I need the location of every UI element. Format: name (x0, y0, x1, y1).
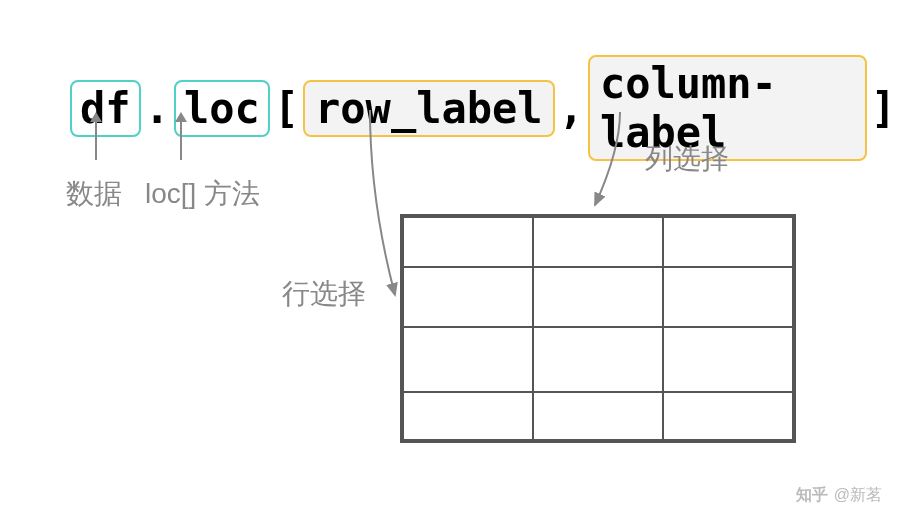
table-cell (663, 392, 793, 440)
table-cell (403, 392, 533, 440)
table-cell (403, 327, 533, 392)
table-cell (533, 392, 663, 440)
token-close-bracket: ] (867, 84, 900, 133)
table-cell (533, 267, 663, 327)
token-df: df (70, 80, 141, 137)
label-row-select: 行选择 (282, 275, 366, 313)
token-row-label: row_label (303, 80, 555, 137)
table-cell (663, 217, 793, 267)
token-dot: . (141, 84, 174, 133)
label-col-select: 列选择 (645, 140, 729, 178)
zhihu-icon: 知乎 (796, 485, 828, 506)
code-expression: df . loc [ row_label , column-label ] (70, 55, 900, 161)
token-comma: , (555, 84, 588, 133)
table-cell (403, 217, 533, 267)
arrow-loc-icon (180, 120, 182, 160)
watermark: 知乎 @新茗 (796, 485, 882, 506)
table-cell (403, 267, 533, 327)
token-loc: loc (174, 80, 270, 137)
table-cell (533, 217, 663, 267)
data-table (400, 214, 796, 443)
table-cell (663, 267, 793, 327)
table-cell (533, 327, 663, 392)
label-loc-method: loc[] 方法 (145, 175, 260, 213)
label-data: 数据 (66, 175, 122, 213)
token-open-bracket: [ (270, 84, 303, 133)
arrow-df-icon (95, 120, 97, 160)
watermark-author: @新茗 (834, 485, 882, 506)
table-cell (663, 327, 793, 392)
